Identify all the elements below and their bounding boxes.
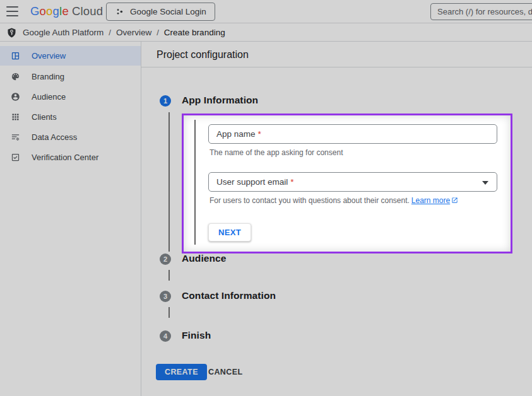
sidebar-item-verification-center[interactable]: Verification Center [0, 148, 141, 167]
page-header: Project configuration [141, 42, 532, 67]
sidebar-item-label: Verification Center [32, 153, 98, 162]
support-email-helper-text: For users to contact you with questions … [210, 196, 458, 205]
sidebar-item-label: Data Access [32, 132, 77, 142]
step-2-badge[interactable]: 2 [160, 253, 171, 265]
step-1-title[interactable]: App Information [182, 95, 258, 106]
google-cloud-console: Google Cloud Google Social Login Google … [0, 0, 532, 396]
required-asterisk: * [258, 129, 261, 139]
app-name-helper-text: The name of the app asking for consent [210, 148, 343, 157]
breadcrumb-separator: / [109, 28, 111, 37]
sidebar-item-label: Overview [32, 51, 66, 61]
menu-hamburger-icon[interactable] [6, 6, 18, 16]
project-dots-icon [115, 7, 124, 16]
stepper-connector [168, 270, 170, 281]
sidebar-item-data-access[interactable]: Data Access [0, 127, 141, 147]
support-email-helper-body: For users to contact you with questions … [210, 196, 410, 205]
sidebar-item-label: Branding [32, 72, 64, 81]
user-support-email-select[interactable]: User support email * [208, 172, 497, 192]
app-information-form-highlight: App name * The name of the app asking fo… [182, 114, 512, 253]
chevron-down-icon[interactable] [482, 181, 488, 185]
apps-grid-icon [11, 112, 20, 122]
sidebar-item-label: Clients [32, 112, 57, 122]
step-content-rule [194, 120, 196, 245]
palette-icon [11, 72, 20, 81]
sidebar-item-clients[interactable]: Clients [0, 107, 141, 127]
step-3-title[interactable]: Contact Information [182, 290, 276, 301]
person-icon [11, 92, 20, 102]
logo-letter: o [40, 4, 47, 18]
app-name-label: App name [216, 129, 256, 139]
project-name: Google Social Login [130, 7, 206, 16]
stepper-connector [168, 307, 170, 318]
stepper-connector [168, 112, 170, 252]
step-4-title[interactable]: Finish [182, 330, 211, 341]
breadcrumb-separator: / [157, 28, 159, 37]
breadcrumb: Google Auth Platform / Overview / Create… [0, 24, 532, 42]
sidebar-item-overview[interactable]: Overview [0, 46, 141, 66]
top-bar: Google Cloud Google Social Login [0, 0, 532, 23]
dashboard-icon [11, 51, 20, 61]
page-title: Project configuration [157, 42, 249, 67]
step-1-badge[interactable]: 1 [160, 95, 171, 107]
next-button[interactable]: NEXT [208, 223, 251, 242]
sidebar-item-label: Audience [32, 92, 66, 102]
sidebar-item-branding[interactable]: Branding [0, 67, 141, 86]
logo-suffix: Cloud [72, 4, 103, 18]
support-email-label: User support email [216, 177, 288, 187]
logo-letter: e [62, 4, 69, 18]
breadcrumb-overview[interactable]: Overview [116, 28, 151, 37]
google-cloud-logo: Google Cloud [30, 0, 103, 23]
auth-platform-shield-key-icon [6, 27, 17, 38]
app-name-field[interactable]: App name * [208, 124, 497, 144]
logo-letter: o [46, 4, 53, 18]
learn-more-link[interactable]: Learn more [411, 196, 450, 205]
cancel-button[interactable]: CANCEL [208, 364, 242, 380]
step-2-title[interactable]: Audience [182, 253, 227, 264]
step-3-badge[interactable]: 3 [160, 291, 171, 302]
sidebar-nav: Overview Branding Audience Clients Data … [0, 42, 141, 396]
required-asterisk: * [290, 177, 293, 187]
breadcrumb-auth-platform[interactable]: Google Auth Platform [23, 28, 103, 37]
external-link-icon[interactable] [451, 197, 458, 204]
logo-letter: g [53, 4, 60, 18]
search-input[interactable] [430, 3, 532, 20]
check-square-icon [11, 153, 20, 162]
list-gear-icon [11, 132, 20, 142]
sidebar-item-audience[interactable]: Audience [0, 87, 141, 107]
create-button[interactable]: CREATE [156, 364, 207, 380]
logo-letter: G [30, 4, 40, 18]
breadcrumb-create-branding: Create branding [164, 28, 225, 37]
project-selector-button[interactable]: Google Social Login [106, 3, 215, 21]
step-4-badge[interactable]: 4 [160, 330, 171, 342]
